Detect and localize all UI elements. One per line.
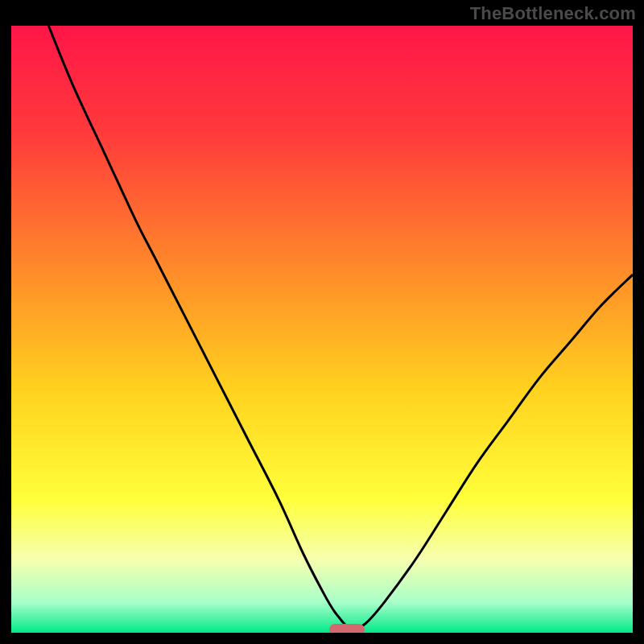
gradient-plot: [11, 26, 633, 633]
watermark-text: TheBottleneck.com: [470, 3, 636, 24]
chart-container: TheBottleneck.com: [0, 0, 644, 644]
optimal-marker: [329, 624, 365, 633]
plot-area: [11, 26, 633, 633]
svg-rect-0: [11, 26, 633, 633]
